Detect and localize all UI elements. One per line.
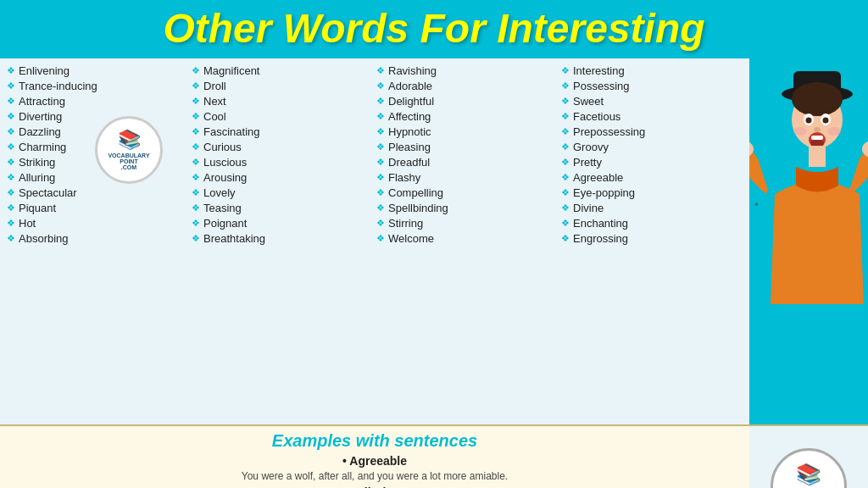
list-item: ❖Piquant [7,201,188,215]
bullet-icon: ❖ [192,141,200,152]
bullet-icon: ❖ [376,218,385,229]
list-item: ❖Adorable [376,79,558,93]
list-item: ❖Arousing [192,170,373,185]
bullet-icon: ❖ [192,218,200,229]
example-2: • Alluring [17,485,732,488]
list-item: ❖Engrossing [561,231,743,246]
bullet-icon: ❖ [7,157,15,168]
header: Other Words For Interesting [0,0,868,58]
list-item: ❖Trance-inducing [7,79,188,93]
svg-point-7 [806,117,812,123]
svg-rect-15 [809,146,826,167]
bullet-icon: ❖ [376,111,385,122]
bullet-icon: ❖ [376,202,385,214]
bullet-icon: ❖ [561,157,570,168]
word-column-1: ❖Enlivening ❖Trance-inducing ❖Attracting… [7,64,188,419]
person-illustration: ✦ [749,58,868,304]
bullet-icon: ❖ [376,233,385,244]
bullet-icon: ❖ [192,96,200,107]
bullet-icon: ❖ [7,218,15,229]
bullet-icon: ❖ [192,65,200,76]
list-item: ❖Ravishing [376,64,558,78]
bullet-icon: ❖ [376,96,385,107]
bullet-icon: ❖ [7,96,15,107]
bullet-icon: ❖ [192,157,200,168]
word-column-4: ❖Interesting ❖Possessing ❖Sweet ❖Facetio… [561,64,743,419]
list-item: ❖Facetious [561,109,743,124]
bullet-icon: ❖ [376,126,385,137]
vocabulary-point-logo-top: 📚 VOCABULARYPOINT.COM [95,116,163,184]
bullet-icon: ❖ [561,126,570,137]
bullet-icon: ❖ [192,111,200,122]
example-word-1: • Agreeable [342,454,407,468]
example-1: • Agreeable [17,453,732,469]
list-item: ❖Hot [7,216,188,230]
bullet-icon: ❖ [561,111,570,122]
list-item: ❖Welcome [376,231,558,246]
svg-point-8 [823,117,829,123]
bullet-icon: ❖ [7,172,15,183]
list-item: ❖Groovy [561,140,743,154]
list-item: ❖Magnificent [192,64,373,78]
list-item: ❖Spectacular [7,186,188,200]
bullet-icon: ❖ [376,172,385,183]
examples-title: Examples with sentences [17,431,732,451]
bullet-icon: ❖ [561,187,570,198]
example-sentence-1: You were a wolf, after all, and you were… [17,470,732,482]
list-item: ❖Compelling [376,186,558,200]
list-item: ❖Stirring [376,216,558,230]
bullet-icon: ❖ [561,96,570,107]
bullet-icon: ❖ [376,141,385,152]
list-item: ❖Pleasing [376,140,558,154]
bullet-icon: ❖ [376,65,385,76]
bullet-icon: ❖ [7,202,15,214]
bullet-icon: ❖ [376,157,385,168]
bullet-icon: ❖ [192,202,200,214]
list-item: ❖Affecting [376,109,558,124]
vocabulary-point-logo-bottom: 📚 VOCABULARYPOINT.COM [771,448,847,488]
list-item: ❖Divine [561,201,743,215]
list-item: ❖Flashy [376,170,558,185]
list-item: ❖Attracting [7,94,188,108]
bullet-icon: ❖ [376,187,385,198]
logo-text: VOCABULARYPOINT.COM [108,152,149,170]
bullet-icon: ❖ [561,172,570,183]
list-item: ❖Sweet [561,94,743,108]
bullet-icon: ❖ [7,80,15,92]
list-item: ❖Poignant [192,216,373,230]
bullet-icon: ❖ [7,233,15,244]
page-wrapper: Other Words For Interesting ❖Enlivening … [0,0,868,488]
bullet-icon: ❖ [7,187,15,198]
bullet-icon: ❖ [561,218,570,229]
bullet-icon: ❖ [192,80,200,92]
list-item: ❖Possessing [561,79,743,93]
svg-point-14 [827,127,841,136]
list-item: ❖Delightful [376,94,558,108]
list-item: ❖Spellbinding [376,201,558,215]
bullet-icon: ❖ [376,80,385,92]
list-item: ❖Prepossessing [561,125,743,139]
bullet-icon: ❖ [7,111,15,122]
svg-point-4 [792,82,843,116]
svg-point-9 [814,127,821,132]
bullet-icon: ❖ [561,141,570,152]
list-item: ❖Eye-popping [561,186,743,200]
bottom-section: Examples with sentences • Agreeable You … [0,424,868,488]
list-item: ❖Luscious [192,155,373,169]
list-item: ❖Fascinating [192,125,373,139]
examples-section: Examples with sentences • Agreeable You … [0,426,749,488]
svg-text:✦: ✦ [754,201,760,208]
bullet-icon: ❖ [561,233,570,244]
list-item: ❖Next [192,94,373,108]
list-item: ❖Agreeable [561,170,743,185]
list-item: ❖Interesting [561,64,743,78]
list-item: ❖Lovely [192,186,373,200]
list-item: ❖Absorbing [7,231,188,246]
list-item: ❖Enlivening [7,64,188,78]
bullet-icon: ❖ [561,202,570,214]
list-item: ❖Enchanting [561,216,743,230]
list-item: ❖Dreadful [376,155,558,169]
right-panel: ✦ [749,58,868,424]
svg-point-13 [793,127,807,136]
list-item: ❖Diverting [7,109,188,124]
